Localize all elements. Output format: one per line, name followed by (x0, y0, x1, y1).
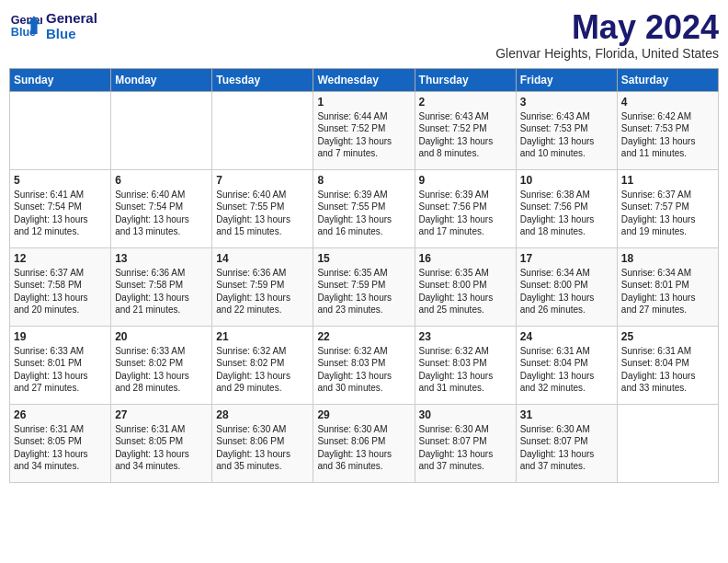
page-header: General Blue General Blue May 2024 Glenv… (9, 9, 719, 61)
day-header-friday: Friday (516, 68, 617, 91)
calendar-cell: 25Sunrise: 6:31 AM Sunset: 8:04 PM Dayli… (617, 326, 718, 404)
day-detail: Sunrise: 6:35 AM Sunset: 7:59 PM Dayligh… (317, 267, 410, 316)
calendar-cell (111, 91, 212, 169)
day-detail: Sunrise: 6:39 AM Sunset: 7:55 PM Dayligh… (317, 189, 410, 238)
day-detail: Sunrise: 6:35 AM Sunset: 8:00 PM Dayligh… (419, 267, 512, 316)
day-number: 15 (317, 252, 410, 265)
day-detail: Sunrise: 6:31 AM Sunset: 8:04 PM Dayligh… (621, 345, 714, 395)
day-number: 14 (216, 252, 309, 265)
day-detail: Sunrise: 6:34 AM Sunset: 8:01 PM Dayligh… (621, 267, 714, 316)
day-detail: Sunrise: 6:32 AM Sunset: 8:03 PM Dayligh… (419, 345, 512, 395)
days-header-row: SundayMondayTuesdayWednesdayThursdayFrid… (10, 68, 719, 91)
day-detail: Sunrise: 6:32 AM Sunset: 8:02 PM Dayligh… (216, 345, 309, 395)
title-area: May 2024 Glenvar Heights, Florida, Unite… (495, 9, 719, 61)
month-title: May 2024 (495, 9, 719, 46)
calendar-cell: 17Sunrise: 6:34 AM Sunset: 8:00 PM Dayli… (516, 247, 617, 326)
day-number: 18 (621, 252, 714, 265)
day-detail: Sunrise: 6:30 AM Sunset: 8:07 PM Dayligh… (419, 423, 512, 473)
day-number: 13 (115, 252, 208, 265)
calendar-week-2: 5Sunrise: 6:41 AM Sunset: 7:54 PM Daylig… (10, 169, 719, 247)
logo-line1: General (46, 10, 97, 26)
day-number: 22 (317, 330, 410, 343)
day-detail: Sunrise: 6:36 AM Sunset: 7:58 PM Dayligh… (115, 267, 208, 316)
day-number: 9 (419, 174, 512, 187)
calendar-cell: 3Sunrise: 6:43 AM Sunset: 7:53 PM Daylig… (516, 91, 617, 169)
calendar-cell: 16Sunrise: 6:35 AM Sunset: 8:00 PM Dayli… (415, 247, 516, 326)
day-detail: Sunrise: 6:30 AM Sunset: 8:07 PM Dayligh… (520, 423, 613, 473)
day-number: 17 (520, 252, 613, 265)
calendar-cell (617, 404, 718, 482)
calendar-cell: 21Sunrise: 6:32 AM Sunset: 8:02 PM Dayli… (212, 326, 313, 404)
day-detail: Sunrise: 6:43 AM Sunset: 7:52 PM Dayligh… (419, 110, 512, 160)
day-detail: Sunrise: 6:30 AM Sunset: 8:06 PM Dayligh… (317, 423, 410, 473)
day-number: 7 (216, 174, 309, 187)
calendar-cell: 13Sunrise: 6:36 AM Sunset: 7:58 PM Dayli… (111, 247, 212, 326)
day-detail: Sunrise: 6:37 AM Sunset: 7:58 PM Dayligh… (14, 267, 107, 316)
calendar-week-4: 19Sunrise: 6:33 AM Sunset: 8:01 PM Dayli… (10, 326, 719, 404)
calendar-cell (10, 91, 111, 169)
calendar-cell: 31Sunrise: 6:30 AM Sunset: 8:07 PM Dayli… (516, 404, 617, 482)
calendar-cell: 8Sunrise: 6:39 AM Sunset: 7:55 PM Daylig… (313, 169, 415, 247)
calendar-cell: 23Sunrise: 6:32 AM Sunset: 8:03 PM Dayli… (415, 326, 516, 404)
day-detail: Sunrise: 6:33 AM Sunset: 8:02 PM Dayligh… (115, 345, 208, 395)
calendar-cell: 30Sunrise: 6:30 AM Sunset: 8:07 PM Dayli… (415, 404, 516, 482)
logo: General Blue General Blue (9, 9, 97, 42)
calendar-cell: 27Sunrise: 6:31 AM Sunset: 8:05 PM Dayli… (111, 404, 212, 482)
day-detail: Sunrise: 6:32 AM Sunset: 8:03 PM Dayligh… (317, 345, 410, 395)
day-detail: Sunrise: 6:41 AM Sunset: 7:54 PM Dayligh… (14, 189, 107, 238)
day-header-thursday: Thursday (415, 68, 516, 91)
day-number: 4 (621, 96, 714, 109)
day-detail: Sunrise: 6:42 AM Sunset: 7:53 PM Dayligh… (621, 110, 714, 160)
day-number: 30 (419, 408, 512, 421)
day-detail: Sunrise: 6:44 AM Sunset: 7:52 PM Dayligh… (317, 110, 410, 160)
day-number: 24 (520, 330, 613, 343)
day-number: 20 (115, 330, 208, 343)
calendar-cell: 9Sunrise: 6:39 AM Sunset: 7:56 PM Daylig… (415, 169, 516, 247)
day-number: 28 (216, 408, 309, 421)
day-detail: Sunrise: 6:33 AM Sunset: 8:01 PM Dayligh… (14, 345, 107, 395)
day-detail: Sunrise: 6:40 AM Sunset: 7:54 PM Dayligh… (115, 189, 208, 238)
day-detail: Sunrise: 6:38 AM Sunset: 7:56 PM Dayligh… (520, 189, 613, 238)
day-number: 25 (621, 330, 714, 343)
location-title: Glenvar Heights, Florida, United States (495, 46, 719, 61)
day-header-saturday: Saturday (617, 68, 718, 91)
calendar-cell: 14Sunrise: 6:36 AM Sunset: 7:59 PM Dayli… (212, 247, 313, 326)
calendar-cell: 4Sunrise: 6:42 AM Sunset: 7:53 PM Daylig… (617, 91, 718, 169)
calendar-cell: 26Sunrise: 6:31 AM Sunset: 8:05 PM Dayli… (10, 404, 111, 482)
calendar-cell: 6Sunrise: 6:40 AM Sunset: 7:54 PM Daylig… (111, 169, 212, 247)
day-number: 11 (621, 174, 714, 187)
calendar-cell: 10Sunrise: 6:38 AM Sunset: 7:56 PM Dayli… (516, 169, 617, 247)
calendar-cell: 20Sunrise: 6:33 AM Sunset: 8:02 PM Dayli… (111, 326, 212, 404)
calendar-cell: 24Sunrise: 6:31 AM Sunset: 8:04 PM Dayli… (516, 326, 617, 404)
day-number: 23 (419, 330, 512, 343)
calendar-cell: 1Sunrise: 6:44 AM Sunset: 7:52 PM Daylig… (313, 91, 415, 169)
calendar-cell: 12Sunrise: 6:37 AM Sunset: 7:58 PM Dayli… (10, 247, 111, 326)
calendar-cell: 5Sunrise: 6:41 AM Sunset: 7:54 PM Daylig… (10, 169, 111, 247)
day-number: 19 (14, 330, 107, 343)
day-number: 2 (419, 96, 512, 109)
calendar-cell: 11Sunrise: 6:37 AM Sunset: 7:57 PM Dayli… (617, 169, 718, 247)
calendar-cell: 19Sunrise: 6:33 AM Sunset: 8:01 PM Dayli… (10, 326, 111, 404)
day-header-monday: Monday (111, 68, 212, 91)
calendar-week-5: 26Sunrise: 6:31 AM Sunset: 8:05 PM Dayli… (10, 404, 719, 482)
day-detail: Sunrise: 6:36 AM Sunset: 7:59 PM Dayligh… (216, 267, 309, 316)
day-number: 31 (520, 408, 613, 421)
calendar-cell: 7Sunrise: 6:40 AM Sunset: 7:55 PM Daylig… (212, 169, 313, 247)
day-number: 1 (317, 96, 410, 109)
day-detail: Sunrise: 6:31 AM Sunset: 8:05 PM Dayligh… (115, 423, 208, 473)
day-detail: Sunrise: 6:30 AM Sunset: 8:06 PM Dayligh… (216, 423, 309, 473)
day-detail: Sunrise: 6:43 AM Sunset: 7:53 PM Dayligh… (520, 110, 613, 160)
day-number: 5 (14, 174, 107, 187)
calendar-cell: 22Sunrise: 6:32 AM Sunset: 8:03 PM Dayli… (313, 326, 415, 404)
day-number: 21 (216, 330, 309, 343)
logo-icon: General Blue (9, 9, 42, 42)
day-header-sunday: Sunday (10, 68, 111, 91)
day-number: 10 (520, 174, 613, 187)
calendar-cell: 28Sunrise: 6:30 AM Sunset: 8:06 PM Dayli… (212, 404, 313, 482)
day-detail: Sunrise: 6:34 AM Sunset: 8:00 PM Dayligh… (520, 267, 613, 316)
calendar-week-3: 12Sunrise: 6:37 AM Sunset: 7:58 PM Dayli… (10, 247, 719, 326)
calendar-cell: 18Sunrise: 6:34 AM Sunset: 8:01 PM Dayli… (617, 247, 718, 326)
calendar-week-1: 1Sunrise: 6:44 AM Sunset: 7:52 PM Daylig… (10, 91, 719, 169)
day-number: 8 (317, 174, 410, 187)
calendar-cell: 2Sunrise: 6:43 AM Sunset: 7:52 PM Daylig… (415, 91, 516, 169)
